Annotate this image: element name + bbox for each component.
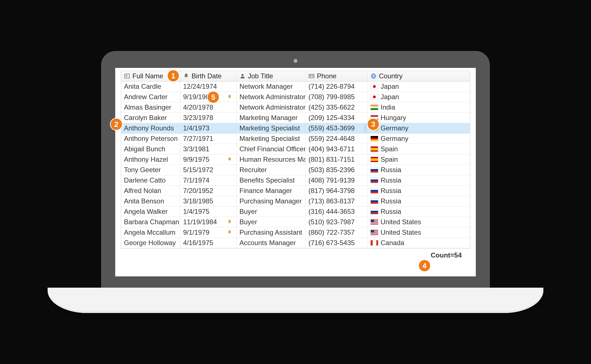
cell-birth-date[interactable]: 1/4/1973 (180, 123, 237, 134)
cell-birth-date[interactable]: 4/20/1978 (180, 102, 237, 113)
cell-phone[interactable]: (425) 335-6622 (306, 102, 368, 113)
table-row[interactable]: Anita Cardle12/24/1974Network Manager(71… (121, 81, 470, 92)
cell-phone[interactable]: (510) 923-7987 (306, 217, 368, 227)
cell-country[interactable]: Germany (368, 134, 470, 144)
table-row[interactable]: Tony Geeter5/15/1972Recruiter(503) 835-2… (121, 165, 470, 175)
cell-birth-date[interactable]: 9/1/1979 (180, 227, 237, 238)
cell-phone[interactable]: (713) 863-8137 (306, 196, 368, 207)
cell-job-title[interactable]: Recruiter (237, 165, 306, 175)
cell-country[interactable]: Germany (368, 123, 470, 134)
cell-phone[interactable]: (817) 964-3798 (306, 186, 368, 196)
cell-country[interactable]: United States (368, 217, 470, 227)
table-row[interactable]: Angela Walker1/4/1975Buyer(316) 444-3653… (121, 207, 470, 217)
cell-job-title[interactable]: Finance Manager (237, 186, 306, 196)
cell-job-title[interactable]: Human Resources Manager (237, 154, 306, 165)
table-row[interactable]: Alfred Nolan7/20/1952Finance Manager(817… (121, 186, 470, 196)
table-row[interactable]: Carolyn Baker3/23/1978Marketing Manager(… (121, 113, 470, 123)
cell-birth-date[interactable]: 11/19/1984 (180, 217, 237, 227)
cell-birth-date[interactable]: 5/15/1972 (180, 165, 237, 175)
cell-phone[interactable]: (316) 444-3653 (306, 207, 368, 217)
cell-birth-date[interactable]: 12/24/1974 (180, 81, 237, 92)
cell-full-name[interactable]: Carolyn Baker (121, 113, 180, 123)
cell-full-name[interactable]: Andrew Carter (121, 92, 180, 102)
cell-birth-date[interactable]: 9/9/1975 (180, 154, 237, 165)
cell-full-name[interactable]: Anita Cardle (121, 81, 180, 92)
table-row[interactable]: Anita Benson3/18/1985Purchasing Manager(… (121, 196, 470, 207)
cell-job-title[interactable]: Buyer (237, 207, 306, 217)
cell-phone[interactable]: (209) 125-4334 (306, 113, 368, 123)
cell-country[interactable]: Japan (368, 92, 470, 102)
cell-birth-date[interactable]: 7/27/1971 (180, 134, 237, 144)
cell-phone[interactable]: (559) 224-4648 (306, 134, 368, 144)
cell-country[interactable]: Spain (368, 154, 470, 165)
cell-full-name[interactable]: Darlene Catto (121, 175, 180, 186)
cell-country[interactable]: Russia (368, 207, 470, 217)
cell-job-title[interactable]: Chief Financial Officer (237, 144, 306, 154)
cell-full-name[interactable]: George Holloway (121, 238, 180, 248)
column-header-job-title[interactable]: Job Title (237, 71, 306, 81)
table-row[interactable]: Andrew Carter9/19/1967Network Administra… (121, 92, 470, 102)
column-header-country[interactable]: Country (368, 71, 470, 81)
cell-birth-date[interactable]: 7/1/1974 (180, 175, 237, 186)
cell-job-title[interactable]: Purchasing Assistant (237, 227, 306, 238)
cell-birth-date[interactable]: 4/16/1975 (180, 238, 237, 248)
cell-full-name[interactable]: Anthony Hazel (121, 154, 180, 165)
cell-phone[interactable]: (714) 226-8794 (306, 81, 368, 92)
column-header-birth-date[interactable]: Birth Date (180, 71, 237, 81)
table-row[interactable]: Almas Basinger4/20/1978Network Administr… (121, 102, 470, 113)
cell-job-title[interactable]: Accounts Manager (237, 238, 306, 248)
cell-country[interactable]: Russia (368, 186, 470, 196)
cell-birth-date[interactable]: 7/20/1952 (180, 186, 237, 196)
cell-country[interactable]: Japan (368, 81, 470, 92)
cell-country[interactable]: United States (368, 227, 470, 238)
cell-phone[interactable]: (503) 835-2396 (306, 165, 368, 175)
cell-country[interactable]: Canada (368, 238, 470, 248)
cell-job-title[interactable]: Network Manager (237, 81, 306, 92)
cell-phone[interactable]: (559) 453-3699 (306, 123, 368, 134)
cell-job-title[interactable]: Buyer (237, 217, 306, 227)
table-row[interactable]: Anthony Peterson7/27/1971Marketing Speci… (121, 134, 470, 144)
data-grid[interactable]: Full Name Birth Date Job Title (121, 71, 470, 248)
cell-country[interactable]: Russia (368, 165, 470, 175)
cell-full-name[interactable]: Abigail Bunch (121, 144, 180, 154)
cell-country[interactable]: Hungary (368, 113, 470, 123)
cell-birth-date[interactable]: 3/18/1985 (180, 196, 237, 207)
cell-full-name[interactable]: Tony Geeter (121, 165, 180, 175)
cell-job-title[interactable]: Benefits Specialist (237, 175, 306, 186)
table-row[interactable]: Barbara Chapman11/19/1984Buyer(510) 923-… (121, 217, 470, 227)
cell-full-name[interactable]: Anthony Rounds (121, 123, 180, 134)
cell-full-name[interactable]: Angela Walker (121, 207, 180, 217)
cell-full-name[interactable]: Anthony Peterson (121, 134, 180, 144)
table-row[interactable]: Darlene Catto7/1/1974Benefits Specialist… (121, 175, 470, 186)
cell-full-name[interactable]: Anita Benson (121, 196, 180, 207)
cell-phone[interactable]: (408) 791-9139 (306, 175, 368, 186)
table-row[interactable]: George Holloway4/16/1975Accounts Manager… (121, 238, 470, 248)
cell-phone[interactable]: (708) 799-8985 (306, 92, 368, 102)
cell-job-title[interactable]: Marketing Manager (237, 113, 306, 123)
cell-phone[interactable]: (716) 673-5435 (306, 238, 368, 248)
table-row[interactable]: Angela Mccallum9/1/1979Purchasing Assist… (121, 227, 470, 238)
cell-job-title[interactable]: Purchasing Manager (237, 196, 306, 207)
cell-full-name[interactable]: Angela Mccallum (121, 227, 180, 238)
cell-phone[interactable]: (404) 943-6711 (306, 144, 368, 154)
column-header-phone[interactable]: Phone (306, 71, 368, 81)
cell-job-title[interactable]: Marketing Specialist (237, 134, 306, 144)
cell-country[interactable]: Spain (368, 144, 470, 154)
cell-birth-date[interactable]: 3/3/1981 (180, 144, 237, 154)
cell-country[interactable]: Russia (368, 196, 470, 207)
cell-birth-date[interactable]: 1/4/1975 (180, 207, 237, 217)
cell-phone[interactable]: (860) 722-7357 (306, 227, 368, 238)
cell-job-title[interactable]: Marketing Specialist (237, 123, 306, 134)
table-row[interactable]: Anthony Rounds1/4/1973Marketing Speciali… (121, 123, 470, 134)
table-row[interactable]: Anthony Hazel9/9/1975Human Resources Man… (121, 154, 470, 165)
cell-country[interactable]: India (368, 102, 470, 113)
cell-job-title[interactable]: Network Administrator (237, 92, 306, 102)
cell-full-name[interactable]: Almas Basinger (121, 102, 180, 113)
cell-full-name[interactable]: Alfred Nolan (121, 186, 180, 196)
cell-job-title[interactable]: Network Administrator (237, 102, 306, 113)
table-row[interactable]: Abigail Bunch3/3/1981Chief Financial Off… (121, 144, 470, 154)
cell-country[interactable]: Russia (368, 175, 470, 186)
cell-full-name[interactable]: Barbara Chapman (121, 217, 180, 227)
cell-birth-date[interactable]: 3/23/1978 (180, 113, 237, 123)
cell-phone[interactable]: (801) 831-7151 (306, 154, 368, 165)
